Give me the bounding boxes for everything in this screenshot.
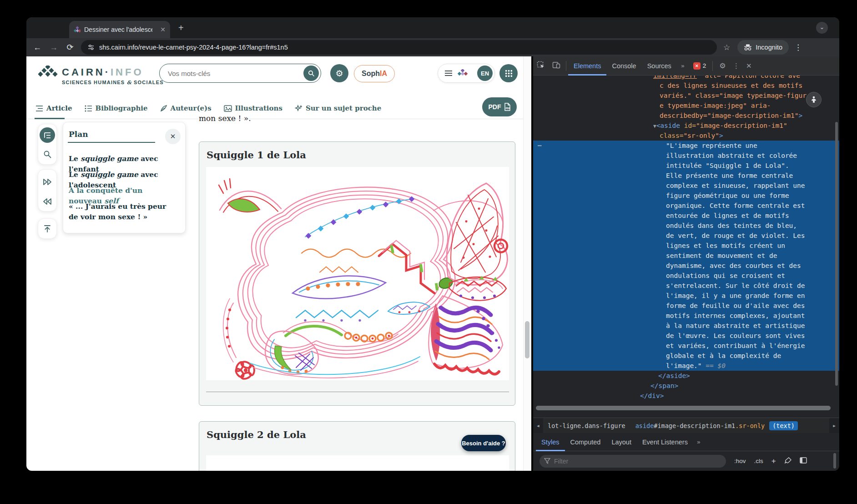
tree-line[interactable]: im1?lang=fr" alt="Papillon coloré ave bbox=[533, 76, 839, 81]
devtools-close-icon[interactable]: ✕ bbox=[742, 62, 756, 70]
cairn-logo[interactable] bbox=[38, 66, 59, 79]
tree-line[interactable]: ⋯"L'image représente une bbox=[533, 141, 839, 151]
tree-line[interactable]: l'image." == $0 bbox=[533, 361, 839, 371]
figure-2-image[interactable] bbox=[206, 455, 509, 471]
settings-button[interactable]: ⚙ bbox=[330, 64, 348, 82]
tab-layout[interactable]: Layout bbox=[606, 433, 637, 451]
tree-horizontal-scrollbar[interactable] bbox=[536, 406, 831, 410]
styles-filter[interactable] bbox=[539, 455, 726, 468]
tab-styles[interactable]: Styles bbox=[536, 433, 565, 451]
tab-illustrations[interactable]: Illustrations bbox=[224, 104, 282, 112]
tab-close-icon[interactable]: ✕ bbox=[160, 26, 166, 33]
devtools-tab-console[interactable]: Console bbox=[606, 56, 641, 76]
tab-auteurs[interactable]: Auteur(e)s bbox=[160, 104, 212, 112]
tree-line[interactable]: </div> bbox=[533, 391, 839, 401]
pdf-button[interactable]: PDF PDF bbox=[482, 97, 517, 116]
styles-filter-input[interactable] bbox=[554, 458, 704, 465]
tree-line[interactable]: globale et à la complexité de bbox=[533, 351, 839, 361]
plan-toggle-button[interactable] bbox=[40, 127, 55, 143]
apps-grid-button[interactable] bbox=[499, 64, 518, 82]
tree-vertical-scrollbar[interactable] bbox=[835, 122, 838, 386]
tree-line[interactable]: variés." class="image typeimage-figur bbox=[533, 91, 839, 101]
browser-tab[interactable]: Dessiner avec l'adolescent | C ✕ bbox=[69, 21, 170, 38]
help-button[interactable]: Besoin d'aide ? bbox=[461, 435, 506, 451]
tree-line[interactable]: figure géométrique ou une forme bbox=[533, 191, 839, 201]
device-toolbar-icon[interactable] bbox=[549, 61, 564, 71]
brand-text[interactable]: CAIRN·INFO SCIENCES HUMAINES & SOCIALES bbox=[62, 66, 164, 86]
tab-search-chevron-icon[interactable]: ⌄ bbox=[816, 22, 828, 34]
tree-line[interactable]: lignes et les motifs créent un bbox=[533, 241, 839, 251]
tree-line[interactable]: ondulations qui se croisent et bbox=[533, 271, 839, 281]
tree-line[interactable]: ▼<aside id="image-description-im1" bbox=[533, 121, 839, 131]
tree-line[interactable]: intitulée "Squiggle 1 de Lola". bbox=[533, 161, 839, 171]
inspect-element-icon[interactable] bbox=[533, 61, 549, 71]
tree-line[interactable]: l'image, il y a une grande forme en bbox=[533, 291, 839, 301]
tree-line[interactable]: à la nature abstraite et artistique bbox=[533, 321, 839, 331]
new-style-rule-icon[interactable]: + bbox=[771, 457, 776, 466]
tree-line[interactable]: dynamisme, avec des courbes et des bbox=[533, 261, 839, 271]
tree-line[interactable]: </aside> bbox=[533, 371, 839, 381]
account-pill[interactable]: EN bbox=[438, 64, 495, 83]
figure-1-image[interactable] bbox=[206, 167, 509, 380]
tree-line[interactable]: motifs internes complexes, ajoutant bbox=[533, 311, 839, 321]
page-scrollbar[interactable] bbox=[523, 56, 531, 471]
rail-search-button[interactable] bbox=[43, 150, 52, 159]
tree-line[interactable]: e typemime-image:jpeg" aria- bbox=[533, 101, 839, 111]
tree-line[interactable]: illustration abstraite et colorée bbox=[533, 151, 839, 161]
tree-line[interactable]: de vert, de rouge et de violet. Les bbox=[533, 231, 839, 241]
tree-line[interactable]: class="sr-only"> bbox=[533, 131, 839, 141]
styles-scrollbar[interactable] bbox=[833, 453, 836, 469]
tree-line[interactable]: describedby="image-description-im1"> bbox=[533, 111, 839, 121]
more-panels-icon[interactable]: » bbox=[693, 438, 704, 445]
crumb-figure[interactable]: lot-ligne.dans-figure bbox=[548, 422, 625, 429]
tree-line[interactable]: Elle présente une forme centrale bbox=[533, 171, 839, 181]
new-tab-button[interactable]: + bbox=[178, 23, 184, 33]
tree-line[interactable]: de l'œuvre. Les couleurs sont vives bbox=[533, 331, 839, 341]
back-icon[interactable]: ← bbox=[29, 43, 45, 52]
tree-line[interactable]: et variées, contribuant à l'énergie bbox=[533, 341, 839, 351]
crumbs-left-icon[interactable]: ◀ bbox=[533, 418, 543, 433]
devtools-tab-sources[interactable]: Sources bbox=[642, 56, 677, 76]
bookmark-star-icon[interactable]: ☆ bbox=[723, 43, 730, 52]
tree-line[interactable]: c des lignes sinueuses et des motifs bbox=[533, 81, 839, 91]
tab-article[interactable]: Article bbox=[35, 104, 72, 112]
devtools-kebab-icon[interactable]: ⋮ bbox=[730, 62, 742, 70]
panel-toggle-icon[interactable] bbox=[800, 457, 807, 465]
devtools-settings-icon[interactable]: ⚙ bbox=[715, 61, 730, 70]
tree-line[interactable]: complexe et sinueuse, rappelant une bbox=[533, 181, 839, 191]
tree-line[interactable]: sentiment de mouvement et de bbox=[533, 251, 839, 261]
tree-line[interactable]: </span> bbox=[533, 381, 839, 391]
toggle-hover-state[interactable]: :hov bbox=[734, 458, 746, 464]
tab-computed[interactable]: Computed bbox=[565, 433, 606, 451]
tab-bibliographie[interactable]: Bibliographie bbox=[85, 104, 148, 112]
search-button[interactable] bbox=[303, 66, 319, 81]
rendering-brush-icon[interactable] bbox=[784, 457, 791, 465]
plan-close-button[interactable]: ✕ bbox=[165, 129, 181, 144]
error-badge[interactable]: ✕ 2 bbox=[693, 62, 706, 70]
crumb-aside[interactable]: aside#image-description-im1.sr-only bbox=[635, 422, 765, 429]
language-badge[interactable]: EN bbox=[477, 66, 493, 81]
tab-sujet-proche[interactable]: Sur un sujet proche bbox=[295, 104, 381, 112]
more-tabs-icon[interactable]: » bbox=[677, 62, 689, 69]
forward-icon[interactable]: → bbox=[45, 43, 62, 52]
sophia-button[interactable]: SophIA bbox=[354, 65, 395, 82]
crumbs-right-icon[interactable]: ▶ bbox=[829, 418, 839, 433]
gutter-dots-icon[interactable]: ⋯ bbox=[538, 141, 542, 151]
site-settings-icon[interactable] bbox=[87, 44, 95, 51]
page-scrollbar-thumb[interactable] bbox=[525, 321, 529, 358]
address-bar[interactable]: shs.cairn.info/revue-le-carnet-psy-2024-… bbox=[81, 40, 717, 55]
tree-line[interactable]: s'entrelacent. Sur le côté droit de bbox=[533, 281, 839, 291]
browser-menu-kebab-icon[interactable]: ⋮ bbox=[794, 43, 802, 52]
plan-item-4[interactable]: « ... J'aurais eu très peur de voir mon … bbox=[69, 201, 178, 222]
reload-icon[interactable]: ⟳ bbox=[62, 42, 78, 52]
tree-line[interactable]: forme de feuille ou d'aile avec des bbox=[533, 301, 839, 311]
skip-back-button[interactable] bbox=[43, 198, 52, 205]
scroll-top-button[interactable] bbox=[43, 225, 51, 233]
toggle-class[interactable]: .cls bbox=[754, 458, 763, 464]
skip-forward-button[interactable] bbox=[43, 178, 52, 186]
tree-line[interactable]: entourée de lignes et de motifs bbox=[533, 211, 839, 221]
devtools-tab-elements[interactable]: Elements bbox=[568, 56, 606, 76]
tab-event-listeners[interactable]: Event Listeners bbox=[637, 433, 693, 451]
tree-line[interactable]: organique. Cette forme centrale est bbox=[533, 201, 839, 211]
tree-line[interactable]: ondulés dans des teintes de bleu, bbox=[533, 221, 839, 231]
